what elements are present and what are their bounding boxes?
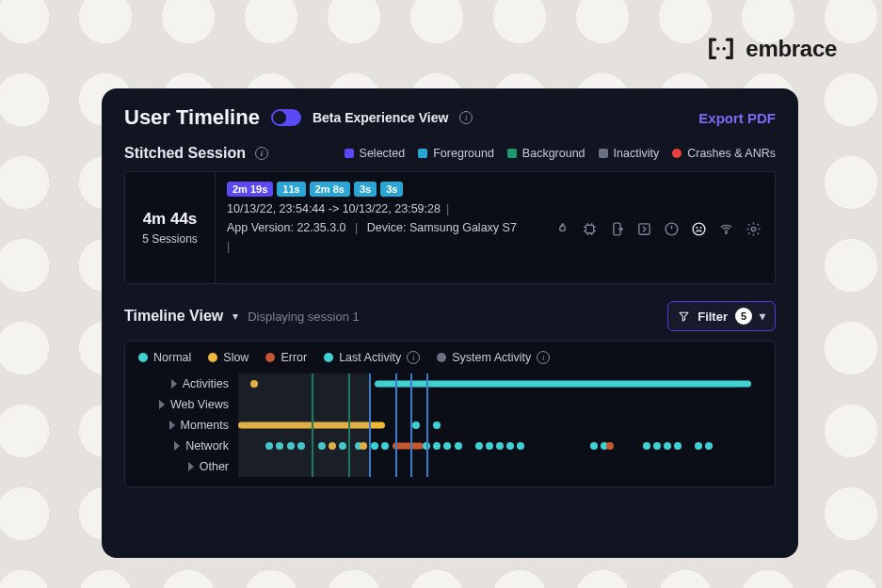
caret-right-icon[interactable] — [188, 462, 194, 471]
track-lane[interactable] — [238, 436, 762, 456]
legend-swatch-crashes — [672, 149, 682, 158]
legend-dot-error — [265, 353, 275, 362]
caret-right-icon[interactable] — [174, 441, 180, 451]
track-row: Web Views — [138, 394, 762, 415]
caret-right-icon[interactable] — [159, 400, 165, 409]
track-row: Network — [138, 436, 762, 456]
track-label: Activities — [183, 377, 229, 390]
chevron-down-icon: ▾ — [760, 310, 765, 323]
phone-exit-icon — [609, 221, 625, 241]
track-label: Network — [185, 439, 229, 453]
sad-face-icon — [691, 221, 707, 241]
stitched-title: Stitched Session — [124, 145, 246, 162]
track-row: Other — [138, 456, 762, 477]
embrace-logo-icon — [706, 37, 736, 61]
session-chip[interactable]: 3s — [354, 182, 377, 197]
session-duration: 4m 44s — [143, 210, 198, 229]
session-chips: 2m 19s11s2m 8s3s3s — [227, 182, 763, 197]
info-icon[interactable]: i — [459, 111, 473, 124]
track-label: Other — [200, 460, 229, 473]
track-row: Activities — [138, 373, 762, 394]
brand-logo-block: embrace — [706, 36, 837, 62]
timeline-subtitle: Displaying session 1 — [248, 310, 360, 324]
timeline-tracks: ActivitiesWeb ViewsMomentsNetworkOther — [138, 373, 762, 477]
legend-swatch-foreground — [418, 149, 427, 158]
brand-name: embrace — [746, 36, 837, 62]
page-title: User Timeline — [124, 105, 260, 130]
svg-point-1 — [723, 47, 727, 51]
legend-swatch-inactivity — [599, 149, 608, 158]
info-icon[interactable]: i — [255, 147, 268, 160]
legend-dot-last-activity — [324, 353, 333, 362]
legend-swatch-background — [507, 149, 517, 158]
session-body: 2m 19s11s2m 8s3s3s 10/13/22, 23:54:44 ->… — [216, 172, 775, 283]
session-chip[interactable]: 11s — [277, 182, 305, 197]
arrow-right-icon — [636, 221, 652, 241]
session-meta-trailing: | — [227, 240, 763, 253]
svg-point-9 — [726, 232, 727, 233]
legend-dot-normal — [138, 353, 148, 362]
track-label: Moments — [181, 419, 229, 432]
caret-right-icon[interactable] — [171, 379, 177, 389]
svg-point-8 — [700, 228, 701, 229]
session-count: 5 Sessions — [142, 232, 198, 246]
export-pdf-link[interactable]: Export PDF — [698, 110, 776, 126]
session-summary-box: 4m 44s 5 Sessions 2m 19s11s2m 8s3s3s 10/… — [124, 171, 776, 284]
funnel-icon — [678, 310, 690, 323]
beta-toggle[interactable] — [271, 109, 301, 126]
timeline-legend: Normal Slow Error Last Activityi System … — [138, 351, 762, 364]
timeline-title: Timeline View — [124, 308, 223, 325]
legend-dot-slow — [208, 353, 217, 362]
svg-point-6 — [693, 223, 705, 235]
track-row: Moments — [138, 415, 762, 436]
track-lane[interactable] — [238, 415, 762, 436]
flame-icon — [554, 221, 570, 241]
track-lane[interactable] — [238, 456, 762, 477]
track-label: Web Views — [170, 398, 229, 411]
session-chip[interactable]: 2m 8s — [310, 182, 350, 197]
chevron-down-icon[interactable]: ▾ — [233, 310, 238, 323]
info-icon[interactable]: i — [537, 351, 550, 364]
track-lane[interactable] — [238, 394, 762, 415]
caret-right-icon[interactable] — [169, 421, 175, 430]
stitched-header: Stitched Session i Selected Foreground B… — [124, 145, 776, 162]
main-panel: User Timeline Beta Experience View i Exp… — [102, 88, 798, 558]
session-meta: 4m 44s 5 Sessions — [125, 172, 216, 283]
session-chip[interactable]: 2m 19s — [227, 182, 273, 197]
track-lane[interactable] — [238, 373, 762, 394]
wifi-icon — [718, 221, 734, 241]
stitched-legend: Selected Foreground Background Inactivit… — [345, 147, 776, 160]
svg-rect-4 — [639, 224, 649, 234]
chip-icon — [582, 221, 598, 241]
timeline-header-row: Timeline View ▾ Displaying session 1 Fil… — [124, 301, 776, 331]
warning-icon — [664, 221, 680, 241]
svg-point-7 — [697, 228, 698, 229]
svg-point-0 — [716, 47, 720, 51]
svg-rect-2 — [585, 225, 594, 233]
filter-button[interactable]: Filter 5 ▾ — [667, 301, 776, 331]
session-time-range: 10/13/22, 23:54:44 -> 10/13/22, 23:59:28… — [227, 202, 763, 215]
header-row: User Timeline Beta Experience View i Exp… — [124, 105, 776, 130]
timeline-panel: Normal Slow Error Last Activityi System … — [124, 341, 776, 487]
session-status-icons — [554, 221, 762, 241]
filter-count-badge: 5 — [735, 308, 752, 325]
svg-point-10 — [751, 227, 755, 230]
legend-dot-system-activity — [437, 353, 446, 362]
session-chip[interactable]: 3s — [380, 182, 403, 197]
gear-icon — [746, 221, 762, 241]
info-icon[interactable]: i — [407, 351, 420, 364]
beta-label: Beta Experience View — [313, 110, 448, 125]
legend-swatch-selected — [345, 149, 354, 158]
